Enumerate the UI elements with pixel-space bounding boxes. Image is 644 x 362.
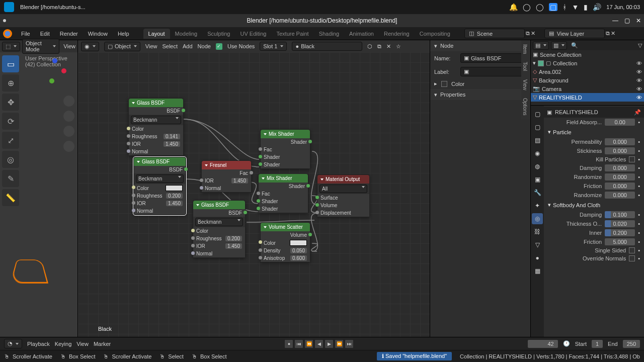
- start-frame[interactable]: 1: [592, 340, 603, 348]
- use-nodes-checkbox[interactable]: ✓: [216, 43, 222, 50]
- bluetooth-icon[interactable]: ᚼ: [562, 3, 567, 11]
- play-rev-button[interactable]: ◀: [314, 339, 324, 348]
- tl-marker[interactable]: Marker: [94, 341, 111, 347]
- mesh-object[interactable]: [10, 259, 48, 283]
- tl-clock-icon[interactable]: 🕐: [563, 340, 570, 347]
- timeline-type[interactable]: ◔: [4, 339, 22, 348]
- tab-animation[interactable]: Animation: [344, 29, 379, 39]
- bell-icon[interactable]: 🔔: [509, 3, 518, 11]
- randomize2-value[interactable]: 0.000: [605, 192, 635, 199]
- node-glass-bsdf-3[interactable]: Glass BSDF BSDF Beckmann Color Roughness…: [193, 200, 246, 258]
- stickiness-value[interactable]: 0.000: [605, 147, 635, 154]
- menu-window[interactable]: Window: [83, 31, 113, 37]
- node-mix-shader-1[interactable]: Mix Shader Shader Fac Shader Shader: [260, 129, 310, 169]
- tab-sculpting[interactable]: Sculpting: [202, 29, 235, 39]
- ne-menu-view[interactable]: View: [145, 43, 157, 49]
- sb-damping-value[interactable]: 0.100: [605, 211, 635, 218]
- os-menu-icon[interactable]: [4, 2, 14, 12]
- tool-select-box[interactable]: ▭: [2, 55, 19, 72]
- ol-collection[interactable]: ▾▢Collection👁: [531, 59, 644, 67]
- tool-move[interactable]: ✥: [2, 94, 19, 111]
- proptab-constraints[interactable]: ⛓: [532, 226, 543, 237]
- material-selector[interactable]: ●Black: [292, 42, 362, 51]
- proptab-material[interactable]: ●: [532, 252, 543, 263]
- tab-uvediting[interactable]: UV Editing: [235, 29, 271, 39]
- proptab-object[interactable]: ▣: [532, 174, 543, 185]
- panel-properties[interactable]: ▾Properties: [430, 89, 530, 100]
- node-fresnel[interactable]: Fresnel Fac IOR1.450 Normal: [201, 160, 252, 193]
- node-name-input[interactable]: ▣Glass BSDF: [460, 53, 526, 63]
- outliner-search[interactable]: 🔍: [569, 42, 636, 49]
- jump-start-button[interactable]: ⏮: [294, 339, 303, 348]
- menu-file[interactable]: File: [16, 31, 35, 37]
- ne-menu-select[interactable]: Select: [162, 43, 178, 49]
- node-volume-scatter[interactable]: Volume Scatter Volume Color Density0.050…: [260, 222, 310, 262]
- tool-scale[interactable]: ⤢: [2, 132, 19, 149]
- shader-type-dropdown[interactable]: ▢Object: [104, 42, 140, 51]
- randomize1-value[interactable]: 0.000: [605, 173, 635, 180]
- unlink-icon[interactable]: ✕: [386, 43, 391, 50]
- menu-help[interactable]: Help: [113, 31, 134, 37]
- proptab-render[interactable]: ▢: [532, 109, 543, 120]
- volume-icon[interactable]: 🔊: [593, 3, 601, 11]
- editor-type-dropdown[interactable]: ⬚: [2, 42, 20, 51]
- autokey-button[interactable]: ●: [284, 339, 293, 348]
- node-glass-bsdf-2[interactable]: Glass BSDF BSDF Beckmann Color Roughness…: [133, 157, 186, 215]
- single-sided-checkbox[interactable]: [629, 247, 635, 253]
- panel-particle[interactable]: ▾Particle: [544, 127, 644, 137]
- kill-particles-checkbox[interactable]: [629, 156, 635, 162]
- sb-friction-value[interactable]: 5.000: [605, 238, 635, 245]
- outliner-type[interactable]: ▤: [533, 41, 549, 50]
- clock[interactable]: 17 Jun, 00:03: [606, 4, 640, 10]
- proptab-modifiers[interactable]: 🔧: [532, 187, 543, 198]
- shader-editor[interactable]: ◉ ▢Object View Select Add Node ✓ Use Nod…: [78, 40, 430, 337]
- field-absorption-value[interactable]: 0.00: [605, 119, 635, 126]
- ol-item-background[interactable]: ▽Background👁: [531, 76, 644, 84]
- tool-measure[interactable]: 📏: [2, 189, 19, 206]
- discord-icon[interactable]: ◯: [523, 3, 531, 11]
- gizmo-camera-icon[interactable]: [63, 126, 74, 137]
- tool-annotate[interactable]: ✎: [2, 170, 19, 187]
- current-frame[interactable]: 42: [528, 340, 558, 348]
- friction-value[interactable]: 0.000: [605, 183, 635, 190]
- panel-softbody[interactable]: ▾Softbody And Cloth: [544, 200, 644, 210]
- axis-gizmo[interactable]: [42, 55, 72, 85]
- gizmo-persp-icon[interactable]: [63, 141, 74, 152]
- scene-new-icon[interactable]: ⧉: [526, 30, 530, 37]
- close-button[interactable]: ✕: [636, 17, 641, 24]
- proptab-scene[interactable]: ◉: [532, 148, 543, 159]
- menu-edit[interactable]: Edit: [35, 31, 55, 37]
- next-key-button[interactable]: ⏩: [335, 339, 344, 348]
- play-button[interactable]: ▶: [325, 339, 334, 348]
- ol-item-realityshield[interactable]: ▽REALITYSHIELD👁: [531, 93, 644, 102]
- node-color-row[interactable]: ▸Color ≡: [430, 78, 530, 89]
- scene-selector[interactable]: ◫ Scene: [464, 29, 525, 38]
- tab-layout[interactable]: Layout: [143, 29, 170, 39]
- material-slot-dropdown[interactable]: Slot 1: [260, 42, 287, 51]
- 3d-viewport[interactable]: ⬚ Object Mode View User Perspective (42)…: [0, 40, 78, 337]
- gizmo-pan-icon[interactable]: [63, 111, 74, 122]
- ne-menu-add[interactable]: Add: [183, 43, 193, 49]
- permeability-value[interactable]: 0.000: [605, 138, 635, 145]
- proptab-output[interactable]: ▢: [532, 122, 543, 133]
- vtab-tool[interactable]: Tool: [521, 58, 529, 75]
- copy-icon[interactable]: ⧉: [377, 43, 381, 50]
- viewport-view-menu[interactable]: View: [63, 43, 75, 49]
- viewlayer-selector[interactable]: ▤ View Layer: [544, 29, 605, 38]
- pin-icon[interactable]: ⬡: [367, 43, 372, 50]
- proptab-viewlayer[interactable]: ▤: [532, 135, 543, 146]
- menu-render[interactable]: Render: [55, 31, 83, 37]
- taskbar-app-title[interactable]: Blender [/home/ubuntu-s...: [20, 4, 86, 10]
- tab-compositing[interactable]: Compositing: [415, 29, 455, 39]
- wifi-icon[interactable]: ▼: [572, 3, 579, 11]
- mode-dropdown[interactable]: Object Mode: [22, 39, 59, 54]
- damping-value[interactable]: 0.000: [605, 164, 635, 171]
- blender-logo-icon[interactable]: [3, 29, 12, 38]
- tool-cursor[interactable]: ⊕: [2, 74, 19, 92]
- shader-editor-type[interactable]: ◉: [81, 42, 99, 51]
- tl-view[interactable]: View: [76, 341, 89, 347]
- vtab-options[interactable]: Options: [521, 94, 529, 119]
- panel-node[interactable]: ▾Node: [430, 40, 530, 51]
- proptab-particles[interactable]: ✦: [532, 200, 543, 211]
- end-frame[interactable]: 250: [623, 340, 640, 348]
